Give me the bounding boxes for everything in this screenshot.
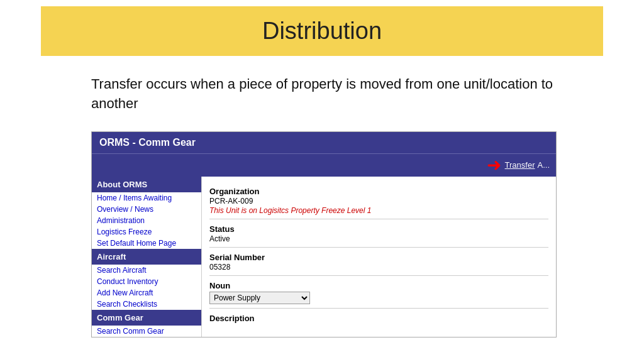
orms-app-title: ORMS - Comm Gear — [99, 137, 196, 148]
orms-sidebar: About ORMS Home / Items Awaiting Overvie… — [92, 177, 202, 337]
sidebar-link-add-aircraft[interactable]: Add New Aircraft — [92, 287, 201, 299]
orms-content-area: Organization PCR-AK-009 This Unit is on … — [202, 177, 556, 337]
sidebar-link-home[interactable]: Home / Items Awaiting — [92, 192, 201, 204]
noun-dropdown[interactable]: Power Supply — [209, 292, 310, 304]
sidebar-link-administration[interactable]: Administration — [92, 215, 201, 226]
additional-nav-label: A... — [537, 160, 550, 170]
transfer-arrow-icon: ➜ — [487, 156, 501, 174]
divider-1 — [209, 219, 548, 219]
orms-body: About ORMS Home / Items Awaiting Overvie… — [92, 177, 556, 337]
main-content: Transfer occurs when a piece of property… — [0, 56, 644, 350]
sidebar-header-comm-gear: Comm Gear — [92, 310, 201, 326]
sidebar-link-logistics[interactable]: Logistics Freeze — [92, 226, 201, 238]
sidebar-header-aircraft: Aircraft — [92, 249, 201, 265]
sidebar-link-search-comm-gear[interactable]: Search Comm Gear — [92, 326, 201, 337]
sidebar-header-about-orms: About ORMS — [92, 177, 201, 192]
sidebar-link-overview[interactable]: Overview / News — [92, 204, 201, 215]
sidebar-link-conduct-inventory[interactable]: Conduct Inventory — [92, 276, 201, 287]
sidebar-link-default-home[interactable]: Set Default Home Page — [92, 238, 201, 249]
noun-label: Noun — [209, 281, 548, 290]
orms-navbar: ➜ Transfer A... — [92, 153, 556, 177]
orms-panel: ORMS - Comm Gear ➜ Transfer A... About O… — [91, 131, 557, 337]
organization-value: PCR-AK-009 — [209, 197, 548, 206]
freeze-warning: This Unit is on Logisitcs Property Freez… — [209, 206, 548, 215]
transfer-link[interactable]: Transfer — [505, 160, 535, 170]
noun-select-container: Power Supply — [209, 292, 548, 304]
description-text: Transfer occurs when a piece of property… — [91, 75, 603, 114]
page-title: Distribution — [66, 18, 578, 45]
status-label: Status — [209, 224, 548, 234]
sidebar-link-search-checklists[interactable]: Search Checklists — [92, 299, 201, 310]
status-value: Active — [209, 234, 548, 243]
divider-4 — [209, 308, 548, 309]
orms-topbar: ORMS - Comm Gear — [92, 132, 556, 153]
organization-label: Organization — [209, 187, 548, 196]
serial-number-label: Serial Number — [209, 253, 548, 262]
sidebar-link-search-aircraft[interactable]: Search Aircraft — [92, 265, 201, 276]
divider-3 — [209, 275, 548, 276]
description-label: Description — [209, 314, 548, 323]
divider-2 — [209, 247, 548, 248]
serial-number-value: 05328 — [209, 263, 548, 272]
header-banner: Distribution — [41, 6, 603, 56]
